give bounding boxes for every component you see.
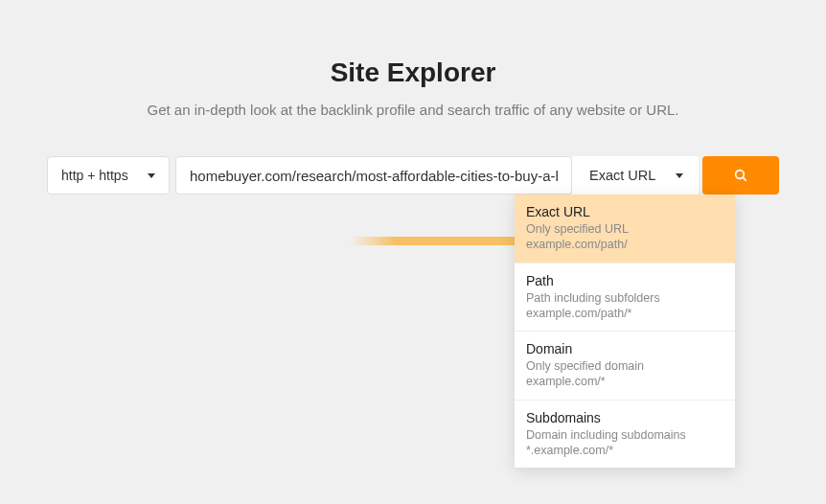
protocol-label: http + https [61, 168, 128, 183]
mode-dropdown: Exact URLOnly specified URLexample.com/p… [515, 195, 735, 468]
mode-select[interactable]: Exact URL [572, 156, 699, 195]
mode-option-desc: Only specified URL [526, 221, 723, 237]
caret-down-icon [148, 173, 155, 178]
mode-option-desc: Domain including subdomains [526, 427, 723, 443]
mode-option-title: Path [526, 273, 723, 288]
mode-option-example: example.com/path/ [526, 237, 723, 252]
mode-option[interactable]: PathPath including subfoldersexample.com… [515, 263, 735, 332]
search-bar: http + https Exact URL Exact URLOnly spe… [47, 156, 779, 195]
mode-option-title: Subdomains [526, 410, 723, 425]
mode-label: Exact URL [589, 168, 655, 183]
mode-option-desc: Only specified domain [526, 358, 723, 374]
mode-option-example: example.com/* [526, 374, 723, 389]
mode-option-title: Domain [526, 341, 723, 356]
protocol-select[interactable]: http + https [47, 156, 170, 195]
page-title: Site Explorer [0, 57, 826, 88]
url-input[interactable] [175, 156, 572, 195]
mode-option[interactable]: DomainOnly specified domainexample.com/* [515, 332, 735, 401]
mode-option-example: *.example.com/* [526, 443, 723, 458]
page-subtitle: Get an in-depth look at the backlink pro… [0, 102, 826, 118]
mode-option-example: example.com/path/* [526, 306, 723, 321]
search-icon [733, 168, 748, 183]
mode-option-desc: Path including subfolders [526, 290, 723, 306]
mode-option-title: Exact URL [526, 204, 723, 219]
caret-down-icon [676, 173, 683, 178]
svg-line-1 [743, 177, 746, 180]
svg-rect-2 [350, 237, 532, 245]
mode-option[interactable]: Exact URLOnly specified URLexample.com/p… [515, 195, 735, 263]
search-button[interactable] [702, 156, 779, 195]
mode-option[interactable]: SubdomainsDomain including subdomains*.e… [515, 401, 735, 469]
